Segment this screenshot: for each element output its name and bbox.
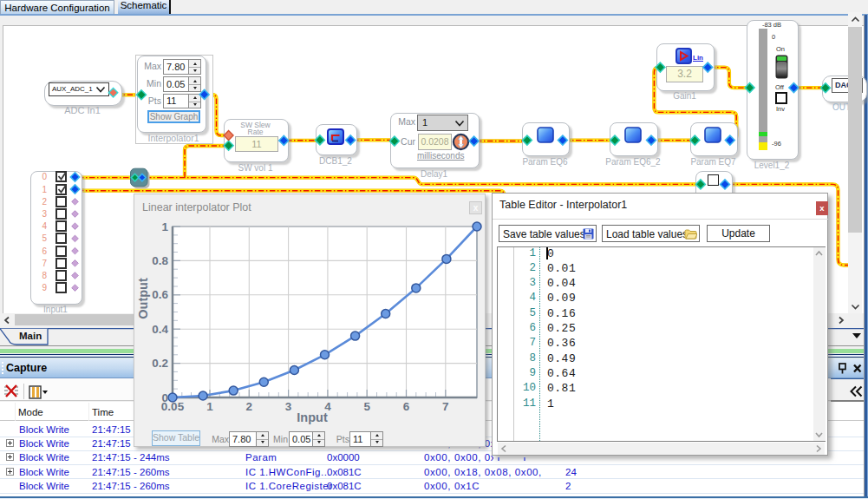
svg-text:5: 5 (363, 400, 370, 413)
svg-text:0.8: 0.8 (152, 254, 168, 267)
svg-text:0.05: 0.05 (161, 400, 185, 413)
svg-text:7: 7 (442, 400, 449, 413)
svg-text:6: 6 (403, 400, 410, 413)
svg-text:1: 1 (161, 220, 168, 233)
svg-text:3: 3 (285, 400, 292, 413)
svg-text:Output: Output (136, 278, 150, 319)
svg-text:1: 1 (206, 400, 213, 413)
svg-text:0.2: 0.2 (152, 357, 168, 370)
svg-text:Input: Input (297, 410, 328, 424)
svg-text:0.6: 0.6 (152, 288, 168, 301)
svg-text:2: 2 (246, 400, 253, 413)
svg-text:0.4: 0.4 (152, 323, 168, 336)
